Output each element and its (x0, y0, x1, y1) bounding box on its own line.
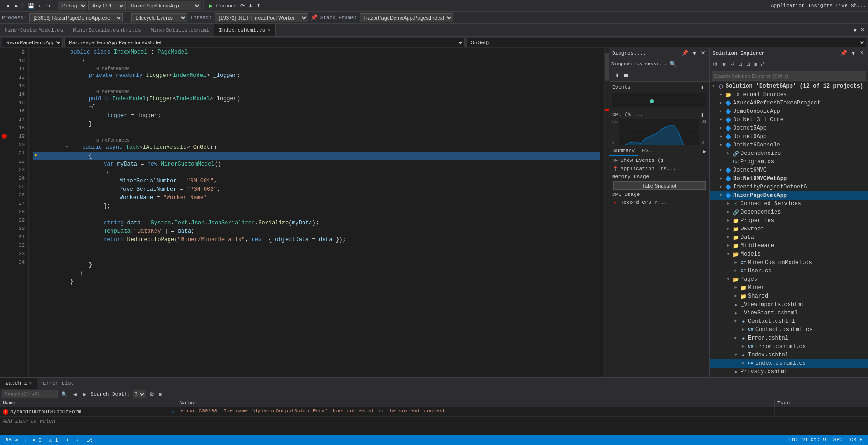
gutter-line-19[interactable] (0, 132, 8, 140)
razor-project-item[interactable]: ▼ 🔷 RazorPageDemoApp (710, 191, 868, 200)
privacy-item[interactable]: ◈ Privacy.cshtml (710, 368, 868, 376)
index-cshtml-toggle[interactable]: ▼ (732, 353, 740, 357)
watch-forward-btn[interactable]: ► (81, 391, 89, 397)
dotnet31-item[interactable]: ► 🔷 DotNet_3_1_Core (710, 116, 868, 124)
dotnet6console-program-item[interactable]: C# Program.cs (710, 158, 868, 166)
cpu-target-dropdown[interactable]: Any CPU (88, 1, 126, 10)
tab-miner-details-cshtml[interactable]: MinerDetails.cshtml (146, 24, 214, 37)
connected-toggle[interactable]: ► (725, 202, 732, 206)
lifecycle-dropdown[interactable]: Lifecycle Events (131, 13, 187, 22)
solution-pin-btn[interactable]: 📌 (839, 49, 848, 56)
watch-add-item[interactable]: Add item to watch (0, 417, 868, 426)
dotnet6console-toggle[interactable]: ▼ (717, 143, 725, 147)
razor-deps-toggle[interactable]: ► (725, 210, 732, 215)
diagnostics-close-btn[interactable]: ✕ (699, 49, 706, 56)
miner-custom-model-item[interactable]: ► C# MinerCustomModel.cs (710, 258, 868, 267)
pages-folder-item[interactable]: ▼ 📂 Pages (710, 275, 868, 284)
contact-cs-item[interactable]: ► C# Contact.cshtml.cs (710, 326, 868, 334)
step-out-btn[interactable]: ⬆ (255, 2, 262, 9)
solution-search-input[interactable] (712, 71, 866, 81)
step-over-btn[interactable]: ⟳ (239, 2, 246, 9)
save-btn[interactable]: 💾 (27, 2, 36, 9)
sol-sync-btn[interactable]: ⇄ (759, 61, 766, 68)
index-cs-toggle[interactable]: ► (740, 361, 747, 366)
warnings-item[interactable]: ⚠ 1 (47, 437, 60, 443)
viewstart-item[interactable]: ◈ _ViewStart.cshtml (710, 309, 868, 317)
tab-miner-details-cshtml-cs[interactable]: MinerDetails.cshtml.cs (68, 24, 146, 37)
diag-pause-btn[interactable]: ⏸ (612, 71, 621, 80)
contact-cshtml-item[interactable]: ► ◈ Contact.cshtml (710, 317, 868, 326)
show-events-row[interactable]: ≫ Show Events (1 (609, 156, 709, 165)
pages-toggle[interactable]: ▼ (725, 277, 732, 282)
solution-close-btn[interactable]: ✕ (858, 49, 865, 56)
index-cs-item[interactable]: ► C# Index.cshtml.cs (710, 359, 868, 368)
cpu-pause-btn[interactable]: ⏸ (697, 110, 706, 119)
project-location-dropdown[interactable]: RazorPageDemoApp (2, 38, 63, 47)
diagnostics-pin-btn[interactable]: 📌 (680, 49, 690, 56)
miner-toggle[interactable]: ► (732, 285, 740, 290)
shared-folder-item[interactable]: ► 📁 Shared (710, 292, 868, 300)
connected-services-item[interactable]: ► ⚡ Connected Services (710, 200, 868, 208)
error-cs-item[interactable]: ► C# Error.cshtml.cs (710, 342, 868, 351)
forward-tab-btn[interactable]: ► (700, 146, 709, 156)
dotnet6console-item[interactable]: ▼ 🔷 DotNet6Console (710, 141, 868, 149)
tab-close-icon[interactable]: ✕ (268, 28, 271, 33)
miner-folder-item[interactable]: ► 📁 Miner (710, 284, 868, 292)
razor-toggle[interactable]: ▼ (717, 193, 725, 198)
watch1-close-icon[interactable]: ✕ (29, 381, 32, 386)
process-dropdown[interactable]: [23616] RazorPageDemoApp.exe (29, 13, 123, 22)
wwwroot-item[interactable]: ► 📁 wwwroot (710, 225, 868, 233)
watch-search-btn[interactable]: 🔍 (60, 391, 69, 398)
back-btn[interactable]: ◄ (4, 2, 12, 9)
sol-collapse-btn[interactable]: ⊟ (737, 61, 744, 68)
step-format-btn[interactable]: ⬆ (64, 437, 71, 443)
stack-dropdown[interactable]: RazorPageDemoApp.Pages.IndexModel.O... (360, 13, 453, 22)
dotnet6mvcweb-item[interactable]: ► 🔷 DotNet6MVCWebApp (710, 174, 868, 183)
error-cshtml-toggle[interactable]: ► (732, 336, 740, 341)
watch-settings-btn[interactable]: ⚙ (148, 391, 155, 398)
watch-format-btn[interactable]: ≡ (157, 391, 163, 397)
error-cs-toggle[interactable]: ► (740, 344, 747, 349)
dotnet6-item[interactable]: ► 🔷 Dotnet6App (710, 132, 868, 141)
method-location-dropdown[interactable]: OnGet() (466, 38, 867, 47)
close-all-btn[interactable]: ✕ (859, 27, 866, 34)
tab-index-cshtml-cs[interactable]: Index.cshtml.cs ✕ (214, 24, 276, 37)
diagnostics-dropdown-btn[interactable]: ▼ (691, 49, 699, 56)
models-toggle[interactable]: ▼ (725, 252, 732, 257)
user-cshtml-item[interactable]: ◈ User.cshtml (710, 376, 868, 377)
project-dropdown[interactable]: RazorPageDemoApp (127, 1, 201, 10)
encoding-item[interactable]: CRLF (848, 437, 864, 443)
position-item[interactable]: Ln: 19 Ch: 9 (787, 437, 828, 443)
azure-project-item[interactable]: ► 🔷 AzureAdRefreshTokenProject (710, 99, 868, 107)
continue-btn[interactable]: ▶ (207, 2, 214, 9)
solution-root-item[interactable]: ▼ ⬡ Solution 'Dotnet6App' (12 of 12 proj… (710, 82, 868, 90)
continue-label-btn[interactable]: Continue (215, 2, 238, 9)
index-cshtml-item[interactable]: ▼ ◈ Index.cshtml (710, 351, 868, 359)
demo-console-item[interactable]: ► 🔷 DemoConsoleApp (710, 107, 868, 116)
wwwroot-toggle[interactable]: ► (725, 227, 732, 231)
dotnet6-toggle[interactable]: ► (717, 134, 725, 139)
dotnet6mvc-toggle[interactable]: ► (717, 168, 725, 173)
dotnet31-toggle[interactable]: ► (717, 118, 725, 122)
models-folder-item[interactable]: ▼ 📂 Models (710, 250, 868, 258)
identity-toggle[interactable]: ► (717, 185, 725, 189)
undo-btn[interactable]: ↩ (37, 2, 44, 9)
properties-item[interactable]: ► 📁 Properties (710, 216, 868, 225)
middleware-item[interactable]: ► 📁 Middleware (710, 242, 868, 250)
dotnet6mvcweb-toggle[interactable]: ► (717, 176, 725, 181)
dotnet5-toggle[interactable]: ► (717, 126, 725, 131)
forward-btn[interactable]: ► (13, 2, 21, 9)
errors-item[interactable]: ✕ 0 (30, 437, 43, 443)
sol-show-all-btn[interactable]: ≡ (753, 61, 758, 68)
solution-dropdown-btn[interactable]: ▼ (849, 49, 857, 56)
class-location-dropdown[interactable]: RazorPageDemoApp.Pages.IndexModel (64, 38, 465, 47)
events-pause-btn[interactable]: ⏸ (697, 83, 706, 92)
solution-toggle[interactable]: ▼ (710, 84, 717, 89)
contact-cs-toggle[interactable]: ► (740, 327, 747, 332)
miner-model-toggle[interactable]: ► (732, 260, 740, 265)
spaces-item[interactable]: SPC (832, 437, 845, 443)
sol-filter-btn[interactable]: ⊞ (745, 61, 752, 68)
collapse-btn-18[interactable]: − (65, 143, 68, 152)
error-list-tab[interactable]: Error List (37, 378, 79, 389)
external-sources-item[interactable]: ► 📂 External Sources (710, 90, 868, 99)
